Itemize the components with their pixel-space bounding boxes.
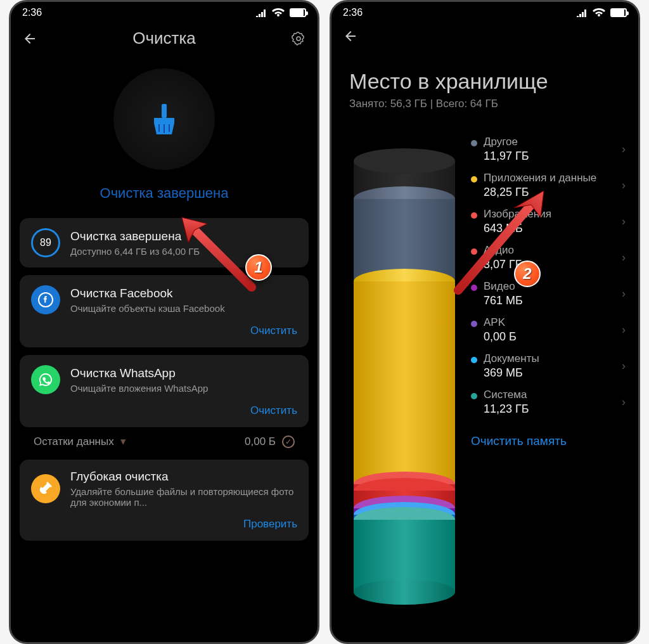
storage-legend: Другое 11,97 ГБ › Приложения и данные 28… [471, 136, 626, 592]
chevron-right-icon: › [622, 287, 626, 300]
legend-name: Документы [484, 352, 539, 365]
status-time: 2:36 [343, 7, 363, 18]
battery-icon [290, 8, 306, 17]
card-title: Очистка завершена [70, 229, 297, 243]
card-title: Очистка WhatsApp [70, 366, 297, 380]
chevron-down-icon: ▾ [120, 435, 126, 448]
legend-item[interactable]: Приложения и данные 28,25 ГБ › [471, 172, 626, 199]
legend-item[interactable]: Другое 11,97 ГБ › [471, 136, 626, 163]
storage-cylinder [350, 136, 458, 592]
ring-progress-icon: 89 [31, 228, 60, 257]
annotation-marker-1: 1 [245, 254, 272, 281]
chevron-right-icon: › [622, 215, 626, 228]
facebook-icon [31, 285, 60, 314]
legend-name: Система [484, 389, 529, 401]
legend-name: Другое [484, 136, 529, 148]
storage-body: Другое 11,97 ГБ › Приложения и данные 28… [331, 117, 638, 598]
clean-done-label: Очистка завершена [100, 185, 229, 202]
legend-dot-icon [471, 212, 477, 219]
chevron-right-icon: › [622, 359, 626, 373]
svg-point-0 [297, 37, 300, 41]
wifi-icon [272, 8, 285, 17]
storage-header: Место в хранилище Занято: 56,3 ГБ | Всег… [331, 44, 638, 117]
legend-dot-icon [471, 321, 477, 327]
chevron-right-icon: › [622, 251, 626, 264]
storage-title: Место в хранилище [349, 69, 620, 94]
legend-item[interactable]: Система 11,23 ГБ › [471, 389, 626, 416]
legend-value: 369 МБ [484, 366, 539, 380]
residual-value: 0,00 Б [245, 435, 276, 448]
status-bar: 2:36 [11, 2, 318, 21]
check-button[interactable]: Проверить [31, 518, 297, 531]
legend-value: 0,00 Б [484, 330, 517, 344]
chevron-right-icon: › [622, 396, 626, 409]
legend-dot-icon [471, 393, 477, 399]
legend-value: 28,25 ГБ [484, 186, 596, 199]
legend-dot-icon [471, 176, 477, 183]
whatsapp-icon [31, 365, 60, 394]
phone-screen-storage: 2:36 Место в хранилище Занято: 56,3 ГБ |… [330, 0, 640, 644]
legend-item[interactable]: Документы 369 МБ › [471, 352, 626, 380]
check-icon: ✓ [282, 435, 295, 448]
settings-button[interactable] [291, 31, 306, 46]
storage-subtitle: Занято: 56,3 ГБ | Всего: 64 ГБ [349, 98, 620, 110]
signal-icon [576, 8, 588, 17]
svg-rect-1 [162, 104, 167, 118]
card-facebook-clean: Очистка Facebook Очищайте объекты кэша F… [20, 275, 309, 347]
back-button[interactable] [343, 29, 358, 44]
legend-value: 11,23 ГБ [484, 402, 529, 416]
legend-name: Приложения и данные [484, 172, 596, 184]
legend-dot-icon [471, 140, 477, 146]
clean-memory-button[interactable]: Очистить память [471, 425, 626, 449]
chevron-right-icon: › [622, 179, 626, 192]
battery-icon [610, 8, 627, 17]
card-title: Глубокая очистка [70, 470, 297, 484]
status-icons [576, 8, 627, 17]
legend-value: 643 МБ [484, 222, 551, 235]
legend-value: 761 МБ [484, 294, 523, 307]
brush-icon [145, 100, 183, 138]
status-bar: 2:36 [331, 2, 638, 21]
phone-screen-cleaner: 2:36 Очистка [9, 0, 319, 644]
card-subtitle: Удаляйте большие файлы и повторяющиеся ф… [70, 486, 297, 508]
legend-item[interactable]: Видео 761 МБ › [471, 280, 626, 307]
clean-hero: Очистка завершена [11, 56, 318, 208]
residual-label: Остатки данных [34, 435, 114, 448]
legend-item[interactable]: Изображения 643 МБ › [471, 208, 626, 235]
legend-name: Аудио [484, 244, 523, 257]
clean-button[interactable]: Очистить [31, 404, 297, 417]
page-title: Очистка [48, 29, 281, 48]
legend-dot-icon [471, 357, 477, 363]
legend-value: 11,97 ГБ [484, 150, 529, 163]
annotation-marker-2: 2 [514, 261, 541, 287]
chevron-right-icon: › [622, 143, 626, 156]
legend-dot-icon [471, 285, 477, 291]
residual-data-row[interactable]: Остатки данных ▾ 0,00 Б ✓ [20, 431, 309, 452]
legend-dot-icon [471, 248, 477, 255]
wifi-icon [593, 8, 605, 17]
clean-circle [113, 68, 215, 170]
card-subtitle: Очищайте объекты кэша Facebook [70, 303, 297, 314]
chevron-right-icon: › [622, 323, 626, 337]
clean-button[interactable]: Очистить [31, 325, 297, 337]
cards-list: 89 Очистка завершена Доступно 6,44 ГБ из… [11, 208, 318, 551]
legend-name: APK [484, 316, 517, 329]
status-icons [255, 8, 306, 17]
legend-item[interactable]: Аудио 3,07 ГБ › [471, 244, 626, 271]
card-subtitle: Очищайте вложения WhatsApp [70, 383, 297, 394]
status-time: 2:36 [22, 7, 42, 18]
card-title: Очистка Facebook [70, 287, 297, 300]
legend-item[interactable]: APK 0,00 Б › [471, 316, 626, 344]
signal-icon [255, 8, 267, 17]
header: Очистка [11, 21, 318, 56]
header [331, 21, 638, 44]
legend-name: Изображения [484, 208, 551, 221]
card-whatsapp-clean: Очистка WhatsApp Очищайте вложения Whats… [20, 355, 309, 427]
back-button[interactable] [22, 31, 37, 46]
card-deep-clean: Глубокая очистка Удаляйте большие файлы … [20, 460, 309, 541]
shovel-icon [31, 474, 60, 503]
